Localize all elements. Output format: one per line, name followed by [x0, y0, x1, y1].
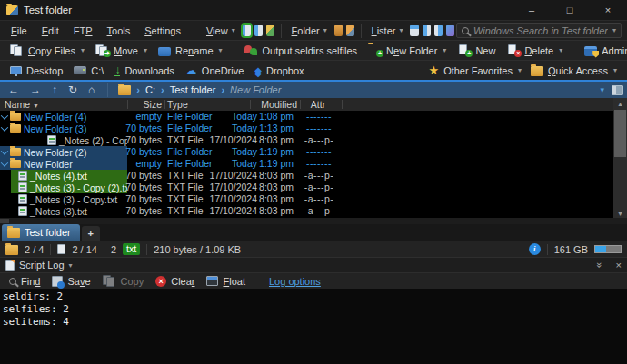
view-dropdown[interactable]: View ▾: [201, 23, 241, 39]
table-row[interactable]: _Notes (3) - Copy.txt 70 bytesTXT File17…: [0, 193, 627, 205]
view-details-icon[interactable]: [243, 25, 251, 36]
breadcrumb-new-folder[interactable]: New Folder: [230, 84, 281, 95]
maximize-button[interactable]: □: [551, 0, 589, 20]
minimize-button[interactable]: –: [513, 0, 551, 20]
view-thumbnails-icon[interactable]: [266, 25, 274, 36]
text-file-icon: [18, 194, 27, 204]
menu-settings[interactable]: Settings: [137, 23, 188, 39]
column-name[interactable]: Name ▼: [5, 99, 39, 110]
folder-dropdown[interactable]: Folder ▾: [286, 23, 333, 39]
favorite-desktop[interactable]: Desktop: [5, 64, 67, 78]
file-name[interactable]: New Folder: [24, 159, 73, 170]
path-dropdown-icon[interactable]: ▾: [600, 85, 604, 94]
new-folder-icon: +: [368, 44, 382, 56]
crumb-separator: ›: [161, 84, 164, 95]
column-attr[interactable]: Attr: [300, 99, 336, 110]
dual-pane-toggle-icon[interactable]: [612, 85, 623, 95]
menu-ftp[interactable]: FTP: [66, 23, 100, 39]
folder-option-icon[interactable]: [334, 25, 343, 36]
info-icon[interactable]: i: [529, 243, 541, 255]
file-name[interactable]: _Notes (3) - Copy.txt: [30, 194, 117, 205]
close-panel-icon[interactable]: ×: [616, 260, 622, 271]
new-button[interactable]: + New: [453, 43, 500, 58]
vertical-scrollbar[interactable]: ▲ ▼: [613, 98, 627, 220]
tab-test-folder[interactable]: Test folder: [2, 224, 80, 241]
breadcrumb-folder[interactable]: Test folder: [170, 84, 216, 95]
file-name[interactable]: New Folder (2): [24, 147, 86, 158]
breadcrumb-drive[interactable]: C:: [145, 84, 155, 95]
table-row[interactable]: New Folder (3) 70 bytesFile FolderToday1…: [0, 123, 627, 134]
find-button[interactable]: Find: [5, 274, 45, 289]
script-log-header[interactable]: Script Log ▾ » ×: [0, 257, 627, 272]
column-type[interactable]: Type: [167, 99, 188, 110]
up-button[interactable]: ↑: [49, 84, 60, 96]
table-row-selected[interactable]: _Notes (4).txt 70 bytesTXT File17/10/202…: [0, 170, 627, 182]
scroll-up-icon[interactable]: ▲: [613, 98, 627, 110]
file-name[interactable]: New Folder (3): [24, 123, 86, 134]
new-folder-button[interactable]: + New Folder ▾: [363, 43, 451, 58]
search-input[interactable]: Windows Search in Test folder ▾: [456, 23, 622, 38]
favorites-bar: Desktop C:\ ↓ Downloads ☁ OneDrive ◆ Dro…: [0, 60, 627, 80]
favorite-onedrive[interactable]: ☁ OneDrive: [181, 63, 248, 78]
view-columns-icon[interactable]: [254, 25, 263, 36]
title-bar[interactable]: Test folder – □ ×: [0, 0, 627, 20]
table-row[interactable]: _Notes (3).txt 70 bytesTXT File17/10/202…: [0, 205, 627, 217]
column-modified[interactable]: Modified: [227, 99, 297, 110]
save-button[interactable]: Save: [47, 274, 95, 289]
close-button[interactable]: ×: [589, 0, 627, 20]
log-options-link[interactable]: Log options: [269, 276, 321, 287]
scrollbar-thumb[interactable]: [614, 110, 626, 157]
output-seldirs-button[interactable]: Output seldirs selfiles: [240, 43, 363, 58]
menu-edit[interactable]: Edit: [35, 23, 66, 39]
expand-chevron-icon[interactable]: [1, 159, 8, 166]
collapse-panel-icon[interactable]: »: [595, 262, 606, 268]
column-size[interactable]: Size: [107, 99, 162, 110]
scrollbar-thumb[interactable]: [0, 219, 9, 223]
expand-chevron-icon[interactable]: [1, 112, 8, 119]
delete-button[interactable]: × Delete ▾: [502, 43, 567, 58]
rename-button[interactable]: Rename ▾: [154, 44, 227, 58]
menu-file[interactable]: File: [4, 23, 35, 39]
script-log-output[interactable]: seldirs: 2 selfiles: 2 selitems: 4: [0, 289, 627, 364]
favorite-downloads[interactable]: ↓ Downloads: [110, 63, 178, 78]
clear-button[interactable]: × Clear: [151, 274, 199, 289]
quick-access-button[interactable]: Quick Access ▾: [526, 64, 622, 78]
file-name[interactable]: New Folder (4): [24, 112, 86, 123]
free-space: 161 GB: [554, 244, 588, 255]
chevron-down-icon: ▾: [443, 46, 446, 54]
back-button[interactable]: ←: [5, 84, 22, 96]
copy-button[interactable]: Copy: [98, 273, 149, 289]
free-space-bar: [594, 245, 622, 253]
lister-layout2-icon[interactable]: [423, 25, 431, 36]
file-name[interactable]: _Notes (3).txt: [30, 206, 87, 217]
table-row-selected[interactable]: New Folder (2) 70 bytesFile FolderToday1…: [0, 146, 627, 158]
script-log-title: Script Log: [19, 260, 65, 271]
favorite-dropbox[interactable]: ◆ Dropbox: [250, 64, 308, 78]
folder-icon: [10, 124, 21, 133]
horizontal-scrollbar[interactable]: [0, 218, 627, 224]
move-button[interactable]: ➜ Move ▾: [91, 43, 152, 58]
lister-layout1-icon[interactable]: [410, 25, 418, 36]
chevron-down-icon[interactable]: ▾: [69, 261, 73, 270]
copy-files-button[interactable]: Copy Files ▾: [5, 43, 89, 58]
expand-chevron-icon[interactable]: [1, 147, 8, 154]
file-name[interactable]: _Notes (4).txt: [30, 171, 87, 182]
other-favorites-button[interactable]: ★ Other Favorites ▾: [423, 63, 525, 78]
float-button[interactable]: Float: [202, 274, 249, 289]
expand-chevron-icon[interactable]: [1, 123, 8, 131]
add-tab-button[interactable]: +: [82, 226, 100, 241]
table-row-selected[interactable]: _Notes (3) - Copy (2).txt 70 bytesTXT Fi…: [0, 182, 627, 193]
table-row-selected[interactable]: New Folder emptyFile FolderToday1:19 pm-…: [0, 158, 627, 170]
lister-layout3-icon[interactable]: [434, 25, 443, 36]
lister-layout4-icon[interactable]: [446, 25, 454, 36]
admin-button[interactable]: Admin: [580, 44, 627, 58]
table-row[interactable]: _Notes (2) - Copy (3).txt 70 bytesTXT Fi…: [0, 134, 627, 146]
refresh-button[interactable]: ↻: [65, 84, 80, 96]
table-row[interactable]: New Folder (4) emptyFile FolderToday1:08…: [0, 111, 627, 123]
menu-tools[interactable]: Tools: [100, 23, 138, 39]
forward-button[interactable]: →: [27, 84, 44, 96]
home-button[interactable]: ⌂: [85, 84, 97, 96]
favorite-c-drive[interactable]: C:\: [69, 64, 108, 78]
lister-dropdown[interactable]: Lister ▾: [366, 23, 409, 39]
folder-option2-icon[interactable]: [346, 25, 354, 36]
